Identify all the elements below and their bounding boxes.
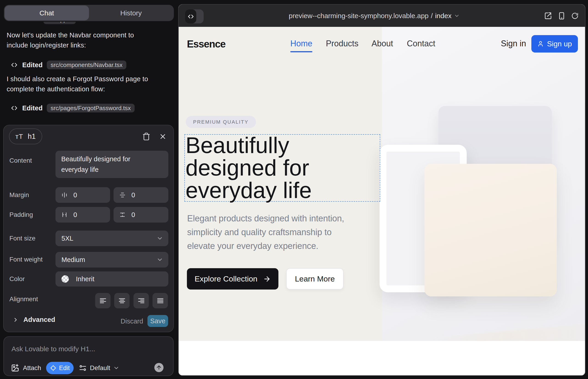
font-size-field-label: Font size	[9, 235, 35, 242]
padding-field-label: Padding	[9, 211, 33, 218]
edited-label: Edited	[22, 61, 43, 69]
mode-label: Default	[90, 364, 110, 372]
margin-horizontal-icon	[61, 191, 68, 198]
edited-file-row: Edited src/components/Navbar.tsx	[11, 61, 126, 69]
edited-file-row: Edited src/pages/ForgotPassword.tsx	[11, 104, 135, 112]
hero-paragraph-line: elevate your everyday experience.	[187, 239, 344, 253]
premium-quality-badge: PREMIUM QUALITY	[186, 116, 256, 128]
padding-vertical-icon	[119, 211, 126, 218]
explore-collection-label: Explore Collection	[194, 274, 257, 283]
locate-icon	[50, 365, 56, 371]
padding-x-input[interactable]: 0	[56, 207, 110, 222]
browser-chrome: preview--charming-site-symphony.lovable.…	[179, 5, 585, 27]
font-size-value: 5XL	[62, 235, 73, 242]
url-page: index	[435, 12, 451, 20]
code-icon	[11, 62, 18, 68]
hero-paragraph-line: simplicity and quality craftsmanship to	[187, 225, 344, 239]
chevron-down-icon	[156, 235, 163, 242]
advanced-toggle[interactable]: Advanced	[12, 316, 55, 323]
padding-y-input[interactable]: 0	[113, 207, 168, 222]
open-external-button[interactable]	[544, 5, 552, 27]
alignment-field-label: Alignment	[9, 296, 38, 303]
margin-y-input[interactable]: 0	[113, 187, 168, 203]
chat-sidebar: Chat History src/App.tsx Now let's updat…	[0, 0, 177, 379]
close-panel-button[interactable]	[158, 131, 168, 142]
margin-y-value: 0	[131, 191, 135, 199]
discard-button[interactable]: Discard	[116, 317, 148, 325]
user-icon	[537, 41, 544, 47]
nav-link-contact[interactable]: Contact	[407, 39, 435, 48]
chevron-right-icon	[12, 316, 19, 323]
color-field-label: Color	[9, 275, 25, 283]
padding-horizontal-icon	[61, 211, 68, 218]
type-icon: тT	[15, 133, 23, 141]
assistant-message: I should also create a Forgot Password p…	[7, 74, 154, 94]
refresh-icon	[571, 12, 579, 19]
hero-paragraph: Elegant products designed with intention…	[187, 211, 344, 253]
edit-mode-pill[interactable]: Edit	[46, 362, 74, 374]
url-bar[interactable]: preview--charming-site-symphony.lovable.…	[179, 5, 570, 27]
font-weight-value: Medium	[62, 256, 85, 264]
mobile-view-button[interactable]	[558, 5, 566, 27]
clipped-file-pill: src/App.tsx	[43, 22, 76, 24]
margin-x-value: 0	[73, 191, 77, 199]
sign-in-link[interactable]: Sign in	[501, 39, 526, 48]
tab-chat[interactable]: Chat	[5, 5, 89, 20]
margin-field-label: Margin	[9, 191, 29, 199]
element-tag-label: h1	[28, 132, 35, 141]
chevron-down-icon	[113, 365, 120, 371]
edited-label: Edited	[22, 104, 43, 112]
nav-link-products[interactable]: Products	[326, 39, 358, 48]
align-justify-button[interactable]	[153, 293, 168, 308]
align-right-button[interactable]	[134, 293, 149, 308]
chevron-down-icon	[156, 256, 163, 263]
hero-heading-line: Beautifully	[186, 134, 312, 157]
color-select[interactable]: Inherit	[56, 271, 168, 286]
composer-toolbar: Attach Edit Default	[11, 362, 169, 374]
attach-label: Attach	[23, 364, 41, 372]
composer-input[interactable]: Ask Lovable to modify H1...	[12, 345, 95, 353]
clipped-file-pill-wrap: src/App.tsx	[43, 22, 89, 25]
color-value: Inherit	[76, 275, 94, 283]
font-size-select[interactable]: 5XL	[56, 231, 168, 246]
content-field-input[interactable]: Beautifully designed for everyday life	[56, 151, 168, 178]
site-brand[interactable]: Essence	[187, 38, 225, 50]
learn-more-label: Learn More	[295, 274, 335, 283]
tab-history[interactable]: History	[89, 5, 173, 20]
arrow-right-icon	[263, 275, 271, 283]
edited-file-pill[interactable]: src/pages/ForgotPassword.tsx	[47, 104, 135, 112]
attach-button[interactable]: Attach	[11, 364, 41, 372]
margin-x-input[interactable]: 0	[56, 187, 110, 203]
font-weight-select[interactable]: Medium	[56, 252, 168, 268]
code-icon	[11, 105, 18, 111]
hero-heading[interactable]: Beautifully designed for everyday life	[186, 134, 312, 201]
delete-element-button[interactable]	[141, 131, 151, 142]
font-weight-field-label: Font weight	[9, 256, 43, 263]
refresh-button[interactable]	[571, 5, 579, 27]
content-field-label: Content	[9, 157, 32, 164]
padding-x-value: 0	[73, 211, 77, 219]
hero-paragraph-line: Elegant products designed with intention…	[187, 211, 344, 225]
edited-file-pill[interactable]: src/components/Navbar.tsx	[47, 61, 127, 69]
content-field-text: Beautifully designed for everyday life	[61, 154, 146, 175]
save-button[interactable]: Save	[147, 315, 168, 327]
align-center-button[interactable]	[114, 293, 130, 308]
explore-collection-button[interactable]: Explore Collection	[187, 268, 279, 289]
site-preview: Essence Home Products About Contact Sign…	[179, 27, 585, 375]
padding-y-value: 0	[131, 211, 135, 219]
chevron-down-icon	[454, 13, 460, 19]
align-left-button[interactable]	[95, 293, 110, 308]
sign-up-button[interactable]: Sign up	[531, 35, 578, 52]
settings-icon	[79, 364, 87, 372]
nav-link-home[interactable]: Home	[290, 39, 312, 48]
preview-frame: preview--charming-site-symphony.lovable.…	[178, 4, 586, 376]
assistant-message: Now let's update the Navbar component to…	[7, 30, 154, 50]
edit-label: Edit	[59, 364, 70, 372]
url-domain: preview--charming-site-symphony.lovable.…	[289, 12, 429, 20]
site-navbar: Essence Home Products About Contact Sign…	[179, 27, 585, 63]
nav-link-about[interactable]: About	[371, 39, 393, 48]
element-editor-panel: тT h1 Content Beautifully designed for e…	[3, 125, 174, 332]
mode-selector[interactable]: Default	[79, 364, 120, 372]
learn-more-button[interactable]: Learn More	[286, 268, 343, 289]
send-button[interactable]	[154, 363, 164, 372]
